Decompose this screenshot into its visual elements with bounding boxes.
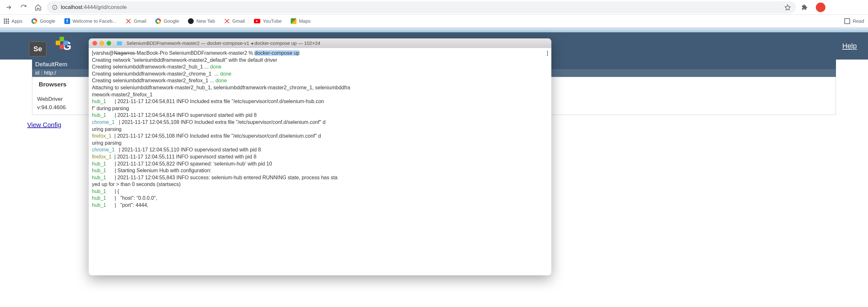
- pipe: |: [115, 161, 118, 166]
- pipe: |: [115, 195, 118, 201]
- bookmark-facebook[interactable]: fWelcome to Faceb...: [64, 18, 117, 24]
- pipe: |: [114, 154, 117, 159]
- term-line: Creating network "seleniumbddframework-m…: [92, 57, 277, 63]
- bookmark-gmail-2[interactable]: Gmail: [224, 18, 245, 24]
- google-icon: [31, 18, 37, 24]
- home-button[interactable]: [32, 1, 44, 13]
- youtube-icon: [254, 19, 260, 23]
- folder-icon: [117, 41, 122, 45]
- prompt-host-redacted: Nagarros: [114, 50, 135, 56]
- svc-hub: hub_1: [92, 99, 115, 104]
- logo-text: Se: [29, 41, 47, 57]
- pipe: |: [115, 112, 118, 118]
- bookmark-google[interactable]: Google: [31, 18, 55, 24]
- window-maximize-icon[interactable]: [106, 41, 111, 45]
- term-line: mework-master2_firefox_1: [92, 92, 152, 97]
- help-link[interactable]: Help: [842, 42, 857, 50]
- prompt-user: [varsha@: [92, 50, 114, 56]
- site-info-icon[interactable]: [52, 4, 58, 10]
- pipe: |: [115, 202, 118, 208]
- bracket: ]: [547, 50, 548, 57]
- svc-hub: hub_1: [92, 161, 115, 166]
- terminal-title: SeleniumBDDFramework-master2 — docker-co…: [126, 40, 320, 46]
- term-line: Starting Selenium Hub with configuration…: [118, 168, 212, 173]
- svc-hub: hub_1: [92, 202, 115, 208]
- browser-toolbar: localhost:4444/grid/console: [0, 0, 868, 15]
- svc-hub: hub_1: [92, 189, 115, 194]
- google-icon: [155, 18, 161, 24]
- svc-hub: hub_1: [92, 195, 115, 201]
- newtab-icon: [188, 18, 194, 24]
- facebook-icon: f: [64, 18, 70, 24]
- view-config-link[interactable]: View Config: [27, 121, 61, 129]
- page-gradient: [0, 28, 868, 32]
- bookmark-youtube[interactable]: YouTube: [254, 18, 282, 24]
- svc-chrome: chrome_1: [92, 119, 119, 125]
- svc-firefox: firefox_1: [92, 133, 114, 139]
- bookmark-label: YouTube: [263, 18, 282, 24]
- term-line: uring parsing: [92, 126, 122, 132]
- term-done: done: [210, 64, 222, 69]
- pipe: |: [119, 147, 122, 152]
- term-line: 2021-11-17 12:04:55,108 INFO Included ex…: [117, 133, 321, 139]
- pipe: |: [115, 175, 118, 180]
- bookmark-label: Gmail: [134, 18, 146, 24]
- term-line: 2021-11-17 12:04:54,811 INFO Included ex…: [118, 99, 324, 104]
- term-line: "port": 4444,: [118, 202, 149, 208]
- term-line: 2021-11-17 12:04:55,110 INFO supervisord…: [122, 147, 261, 152]
- readinglist-icon: [844, 18, 850, 24]
- term-line: {: [118, 189, 119, 194]
- bookmark-label: Read: [852, 18, 864, 24]
- bookmark-gmail[interactable]: Gmail: [125, 18, 146, 24]
- term-line: yed up for > than 0 seconds (startsecs): [92, 182, 181, 187]
- prompt-path: -MacBook-Pro SeleniumBDDFramework-master…: [135, 50, 254, 56]
- address-bar[interactable]: localhost:4444/grid/console: [47, 1, 796, 13]
- term-done: done: [220, 71, 231, 76]
- profile-avatar[interactable]: [816, 3, 826, 12]
- extensions-button[interactable]: [799, 1, 811, 13]
- gmail-icon: [125, 19, 131, 23]
- bookmarks-bar: Apps Google fWelcome to Faceb... Gmail G…: [0, 15, 868, 28]
- term-line: "host": "0.0.0.0",: [118, 195, 157, 201]
- window-minimize-icon[interactable]: [100, 41, 104, 45]
- url-text: localhost:4444/grid/console: [61, 4, 127, 10]
- svc-firefox: firefox_1: [92, 154, 114, 159]
- terminal-titlebar[interactable]: SeleniumBDDFramework-master2 — docker-co…: [89, 38, 551, 48]
- term-line: 2021-11-17 12:04:54,814 INFO supervisord…: [118, 112, 257, 118]
- bookmark-google-2[interactable]: Google: [155, 18, 179, 24]
- apps-grid-icon: [4, 19, 9, 24]
- bookmark-maps[interactable]: Maps: [291, 18, 311, 24]
- bookmark-label: Maps: [299, 18, 311, 24]
- bookmark-apps[interactable]: Apps: [4, 18, 23, 24]
- svc-chrome: chrome_1: [92, 147, 119, 152]
- term-line: Attaching to seleniumbddframework-master…: [92, 85, 350, 90]
- forward-button[interactable]: [3, 1, 15, 13]
- term-done: done: [215, 78, 227, 83]
- pipe: |: [119, 119, 122, 125]
- node-id-left: id : http:/: [35, 70, 56, 76]
- term-line: Creating seleniumbddframework-master2_ch…: [92, 71, 220, 76]
- selenium-logo: Se: [29, 35, 54, 57]
- term-line: 2021-11-17 12:04:55,822 INFO spawned: 's…: [118, 161, 272, 166]
- terminal-window: SeleniumBDDFramework-master2 — docker-co…: [89, 38, 551, 275]
- bookmark-label: Apps: [11, 18, 23, 24]
- command-text: docker-compose up: [254, 50, 300, 56]
- tab-browsers[interactable]: Browsers: [32, 77, 73, 92]
- bookmark-label: Welcome to Faceb...: [73, 18, 117, 24]
- bookmark-label: Google: [40, 18, 55, 24]
- window-close-icon[interactable]: [93, 41, 97, 45]
- term-line: uring parsing: [92, 140, 122, 146]
- reload-button[interactable]: [17, 1, 29, 13]
- term-line: Creating seleniumbddframework-master2_hu…: [92, 64, 210, 69]
- reading-list-button[interactable]: Read: [844, 18, 864, 24]
- pipe: |: [115, 189, 118, 194]
- term-line: Creating seleniumbddframework-master2_fi…: [92, 78, 215, 83]
- term-line: 2021-11-17 12:04:55,843 INFO success: se…: [118, 175, 338, 180]
- maps-icon: [291, 18, 297, 24]
- bookmark-star-icon[interactable]: [784, 4, 791, 10]
- bookmark-newtab[interactable]: New Tab: [188, 18, 215, 24]
- terminal-body[interactable]: [varsha@Nagarros-MacBook-Pro SeleniumBDD…: [89, 48, 551, 210]
- svc-hub: hub_1: [92, 175, 115, 180]
- pipe: |: [114, 133, 117, 139]
- term-line: f" during parsing: [92, 105, 129, 111]
